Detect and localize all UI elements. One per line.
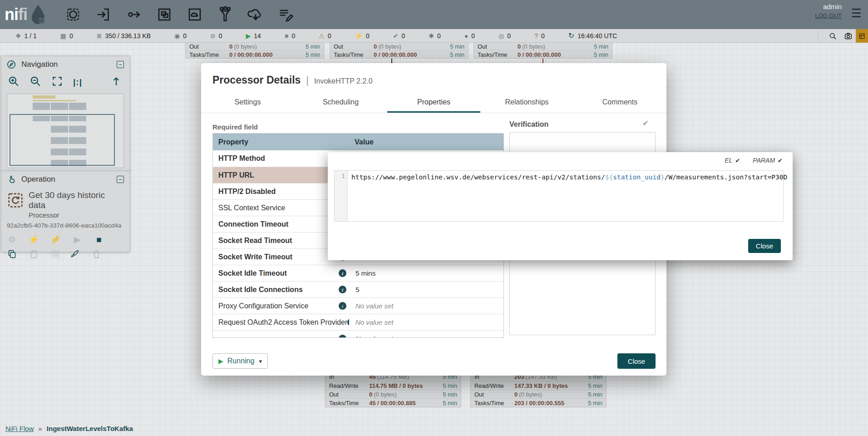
processor-stats-table: Out0(0 bytes)5 minTasks/Time0 / 00:00:00… [185, 42, 324, 59]
property-name: Socket Idle Connectionsi [213, 286, 349, 294]
enable-icon[interactable]: ⚡ [29, 234, 39, 244]
info-icon[interactable]: i [339, 335, 346, 338]
zoom-fit-icon[interactable] [51, 75, 63, 89]
stat-row: Tasks/Time203 / 00:00:00.5555 min [471, 398, 606, 407]
zoom-out-icon[interactable] [30, 75, 41, 89]
property-value[interactable]: No value set [349, 335, 503, 338]
status-item-locally-modified: ✱0 [429, 32, 441, 40]
property-column-header: Property [213, 138, 349, 146]
verification-check-icon[interactable]: ✔ [642, 119, 649, 128]
stop-icon[interactable]: ■ [94, 234, 104, 244]
run-state-label: Running [227, 357, 255, 365]
zoom-actual-icon[interactable]: |:| [73, 77, 82, 87]
flow-snapshot-icon[interactable] [840, 29, 856, 43]
status-item-stale: ●0 [464, 32, 475, 40]
status-counters: ❖1 / 1▦0≣350 / 336.13 KB◉0⊘0▶14■0⚠0⚡0✔0✱… [15, 32, 568, 40]
status-bar-actions [818, 29, 868, 43]
processor-stats-table: In203(147.33 KB)5 minRead/Write147.33 KB… [470, 372, 607, 407]
status-time: ↻ 16:46:40 UTC [568, 31, 617, 40]
navigation-panel-title: Navigation [21, 60, 117, 69]
minimap-viewport[interactable] [10, 114, 115, 166]
property-value-text[interactable]: https://www.pegelonline.wsv.de/webservic… [348, 171, 787, 221]
refresh-icon[interactable]: ↻ [568, 31, 574, 40]
stat-row: Out0(0 bytes)5 min [330, 43, 468, 50]
label-icon[interactable] [277, 6, 295, 23]
cloud-download-icon[interactable] [247, 6, 264, 23]
status-count: 0 [541, 32, 545, 40]
editor-capability-badges: EL✔ PARAM✔ [712, 157, 783, 164]
collapse-icon[interactable]: − [117, 176, 124, 183]
nifi-droplet-icon [28, 4, 48, 25]
remote-process-group-icon[interactable] [186, 6, 203, 23]
info-icon[interactable]: i [339, 286, 346, 293]
invalid-icon: ⚠ [319, 32, 325, 40]
global-menu-icon[interactable]: ☰ [851, 6, 862, 20]
delete-icon[interactable] [91, 249, 101, 259]
status-count: 0 [219, 32, 222, 40]
logo-text-fi: fi [18, 5, 27, 24]
not-transmitting-icon: ⊘ [210, 32, 216, 40]
property-value[interactable]: 5 [349, 286, 503, 293]
chevron-down-icon: ▾ [259, 358, 262, 365]
configure-icon[interactable]: ⚙ [7, 234, 17, 244]
value-code-editor[interactable]: 1 https://www.pegelonline.wsv.de/webserv… [334, 170, 784, 222]
dialog-close-button[interactable]: Close [617, 353, 656, 369]
nifi-logo: nifi [5, 4, 48, 25]
color-icon[interactable] [69, 249, 79, 259]
property-row[interactable]: Request OAuth2 Access Token ProvideriNo … [213, 314, 503, 330]
tab-scheduling[interactable]: Scheduling [294, 93, 387, 113]
paste-icon[interactable] [29, 249, 39, 259]
info-icon[interactable]: i [339, 302, 346, 310]
start-icon[interactable]: ▶ [72, 234, 82, 244]
property-value[interactable]: No value set [349, 318, 503, 326]
flow-analysis-button[interactable] [856, 29, 868, 43]
tab-properties[interactable]: Properties [387, 93, 480, 113]
operation-panel: Operation − Get 30 days historic data Pr… [1, 171, 130, 252]
logout-link[interactable]: LOG OUT [815, 12, 842, 19]
properties-table-header: Property Value [213, 134, 503, 150]
status-count: 0 [69, 32, 73, 40]
processor-stamp-icon [7, 192, 24, 209]
zoom-in-icon[interactable] [8, 75, 20, 89]
status-count: 0 [507, 32, 511, 40]
stale-icon: ● [464, 32, 468, 40]
property-value[interactable]: 5 mins [349, 269, 503, 277]
status-bar: ❖1 / 1▦0≣350 / 336.13 KB◉0⊘0▶14■0⚠0⚡0✔0✱… [0, 29, 868, 43]
output-port-icon[interactable] [125, 6, 143, 23]
property-value-editor: EL✔ PARAM✔ 1 https://www.pegelonline.wsv… [328, 152, 793, 260]
funnel-icon[interactable] [217, 6, 234, 23]
stat-row: Out0(0 bytes)5 min [474, 43, 612, 50]
transmitting-icon: ◉ [174, 32, 180, 40]
status-item-not-transmitting: ⊘0 [210, 32, 222, 40]
tab-relationships[interactable]: Relationships [480, 93, 573, 113]
editor-close-button[interactable]: Close [748, 239, 781, 253]
property-value[interactable]: No value set [349, 302, 503, 310]
divider [818, 29, 819, 43]
tab-comments[interactable]: Comments [573, 93, 666, 113]
property-row[interactable]: Socket Idle Timeouti5 mins [213, 265, 503, 281]
input-port-icon[interactable] [95, 6, 112, 23]
info-icon[interactable]: i [339, 269, 346, 277]
status-count: 0 [437, 32, 441, 40]
property-row[interactable]: Socket Idle Connectionsi5 [213, 281, 503, 297]
disable-icon[interactable]: ⚡ [50, 234, 60, 244]
group-icon[interactable] [50, 249, 60, 259]
sync-failure-icon: ? [534, 32, 538, 40]
copy-icon[interactable] [7, 249, 17, 259]
status-item-cluster: ❖1 / 1 [15, 32, 37, 40]
process-group-icon[interactable] [156, 6, 173, 23]
queue-icon: ≣ [97, 32, 102, 40]
dialog-title: Processor Details [212, 74, 301, 86]
breadcrumb-root-link[interactable]: NiFi Flow [5, 425, 34, 432]
navigate-up-icon[interactable] [110, 75, 122, 89]
birdseye-minimap[interactable] [7, 94, 124, 168]
processor-icon[interactable] [64, 6, 82, 23]
property-row[interactable]: Proxy Configuration ServiceiNo value set [213, 297, 503, 314]
search-icon[interactable] [825, 29, 840, 43]
running-state-icon: ▶ [218, 357, 223, 365]
collapse-icon[interactable]: − [117, 61, 124, 68]
run-state-button[interactable]: ▶ Running ▾ [212, 353, 268, 369]
property-row[interactable]: iNo value set [213, 330, 503, 338]
cluster-icon: ❖ [15, 32, 21, 40]
tab-settings[interactable]: Settings [201, 93, 294, 113]
